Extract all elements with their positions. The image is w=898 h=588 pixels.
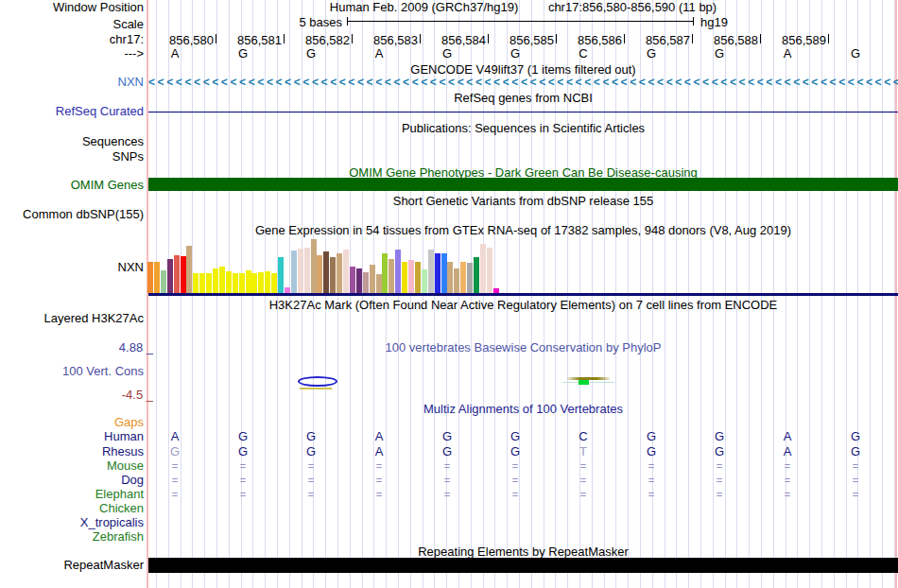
position-title: chr17:856,580-856,590 (11 bp) [548, 0, 717, 14]
alignment-base: A [753, 430, 821, 442]
alignment-base: G [685, 430, 753, 442]
alignment-gap-symbol: = [821, 489, 889, 501]
track-label-common-dbsnp[interactable]: Common dbSNP(155) [23, 208, 144, 221]
multiz-row-label-human[interactable]: Human [104, 430, 144, 443]
nxn-gene-strand-arrows[interactable]: <<<<<<<<<<<<<<<<<<<<<<<<<<<<<<<<<<<<<<<<… [148, 76, 898, 89]
gtex-tissue-bar [402, 262, 407, 293]
gtex-tissue-bar [174, 255, 180, 293]
multiz-row-label-mouse[interactable]: Mouse [107, 459, 144, 473]
alignment-base: A [345, 430, 413, 442]
gtex-tissue-bar [278, 257, 284, 293]
label-chrom: chr17: [110, 33, 144, 46]
alignment-base: G [685, 445, 753, 458]
alignment-gap-symbol: = [617, 489, 685, 501]
alignment-gap-symbol: = [617, 460, 685, 473]
coordinate-label: 856,587 [625, 34, 690, 46]
gtex-tissue-bar [487, 248, 492, 293]
multiz-row-label-rhesus[interactable]: Rhesus [102, 445, 144, 458]
gtex-tissue-bar [317, 255, 322, 293]
gtex-tissue-bar [226, 271, 232, 293]
multiz-row-label-gaps[interactable]: Gaps [114, 416, 144, 429]
alignment-base: G [821, 445, 889, 458]
phylop-min-value: -4.5 _ [122, 389, 153, 402]
alignment-gap-symbol: = [141, 489, 209, 501]
gtex-tissue-bar [298, 249, 303, 293]
phylop-negative-score-glyph[interactable] [298, 376, 337, 387]
coordinate-label: 856,583 [353, 34, 418, 46]
reference-base: G [821, 47, 889, 60]
track-label-gencode-nxn[interactable]: NXN [118, 76, 144, 89]
track-label-omim-genes[interactable]: OMIM Genes [71, 179, 144, 192]
gtex-tissue-bar [376, 274, 382, 293]
gtex-tissue-bar [460, 262, 466, 293]
alignment-gap-symbol: = [821, 475, 889, 487]
track-label-gtex-nxn[interactable]: NXN [118, 261, 144, 274]
repeatmasker-element-bar[interactable] [148, 558, 898, 573]
multiz-row-label-x-tropicalis[interactable]: X_tropicalis [80, 516, 144, 529]
reference-base: A [141, 47, 209, 60]
gtex-tissue-bar [389, 259, 394, 293]
repeatmasker-track-title: Repeating Elements by RepeatMasker [148, 545, 898, 559]
coordinate-tick [828, 34, 829, 43]
omim-gene-bar[interactable] [148, 178, 898, 191]
track-label-snps[interactable]: SNPs [112, 150, 144, 164]
refseq-curated-gene-line[interactable] [148, 112, 898, 112]
alignment-gap-symbol: = [345, 489, 413, 501]
gtex-tissue-bar [330, 257, 336, 293]
coordinate-label: 856,580 [148, 34, 214, 46]
gtex-track-title: Gene Expression in 54 tissues from GTEx … [148, 224, 898, 237]
alignment-base: G [413, 445, 481, 458]
gtex-tissue-bar [422, 269, 427, 293]
reference-base: G [481, 47, 549, 60]
alignment-base: G [209, 445, 277, 458]
gtex-tissue-bar [251, 273, 257, 293]
alignment-base: C [549, 430, 617, 442]
gtex-tissue-bar [193, 273, 199, 293]
label-scale: Scale [112, 18, 144, 31]
gtex-tissue-bar [408, 260, 414, 293]
track-label-column: Window Position Scale chr17: ---> NXN Re… [0, 0, 153, 588]
track-label-layered-h3k27ac[interactable]: Layered H3K27Ac [43, 312, 144, 325]
gtex-tissue-bar [395, 250, 401, 293]
gtex-tissue-bar [447, 262, 453, 293]
alignment-gap-symbol: = [141, 460, 209, 473]
alignment-base: A [141, 430, 209, 442]
gtex-tissue-bar [167, 259, 173, 293]
gtex-tissue-bar [154, 262, 160, 293]
phylop-track-title: 100 vertebrates Basewise Conservation by… [148, 341, 898, 355]
reference-base: G [277, 47, 345, 60]
alignment-gap-symbol: = [345, 460, 413, 473]
gtex-tissue-bar [428, 250, 434, 293]
alignment-gap-symbol: = [821, 460, 889, 473]
ucsc-genome-browser-image: Human Feb. 2009 (GRCh37/hg19) chr17:856,… [0, 0, 898, 588]
scale-bar-left-tick [347, 17, 348, 26]
alignment-gap-symbol: = [753, 489, 821, 501]
alignment-base: G [413, 430, 481, 442]
gtex-tissue-bar [304, 248, 310, 293]
gtex-tissue-bar [337, 253, 342, 293]
publications-track-title: Publications: Sequences in Scientific Ar… [148, 122, 898, 135]
coordinate-label: 856,584 [421, 34, 486, 46]
multiz-row-label-elephant[interactable]: Elephant [95, 488, 144, 501]
reference-base: G [413, 47, 481, 60]
alignment-gap-symbol: = [413, 489, 481, 501]
track-label-sequences[interactable]: Sequences [82, 135, 144, 148]
track-label-repeatmasker[interactable]: RepeatMasker [63, 559, 144, 572]
alignment-gap-symbol: = [685, 460, 753, 473]
gencode-track-title: GENCODE V49lift37 (1 items filtered out) [148, 63, 898, 77]
gtex-tissue-bar [480, 244, 486, 293]
gtex-expression-bar-chart[interactable] [147, 239, 507, 293]
gtex-tissue-bar [161, 270, 166, 293]
gtex-tissue-bar [239, 273, 245, 293]
multiz-row-label-zebrafish[interactable]: Zebrafish [93, 530, 144, 544]
refseq-track-title: RefSeq genes from NCBI [148, 92, 898, 105]
track-label-100-vert-cons[interactable]: 100 Vert. Cons [62, 365, 144, 378]
multiz-row-label-chicken[interactable]: Chicken [99, 502, 144, 515]
assembly-title: Human Feb. 2009 (GRCh37/hg19) [330, 0, 518, 14]
gtex-tissue-bar [474, 257, 479, 293]
alignment-base: T [549, 445, 617, 458]
track-label-refseq-curated[interactable]: RefSeq Curated [56, 105, 144, 118]
alignment-base: G [617, 430, 685, 442]
coordinate-label: 856,585 [489, 34, 554, 46]
h3k27ac-track-title: H3K27Ac Mark (Often Found Near Active Re… [148, 299, 898, 312]
